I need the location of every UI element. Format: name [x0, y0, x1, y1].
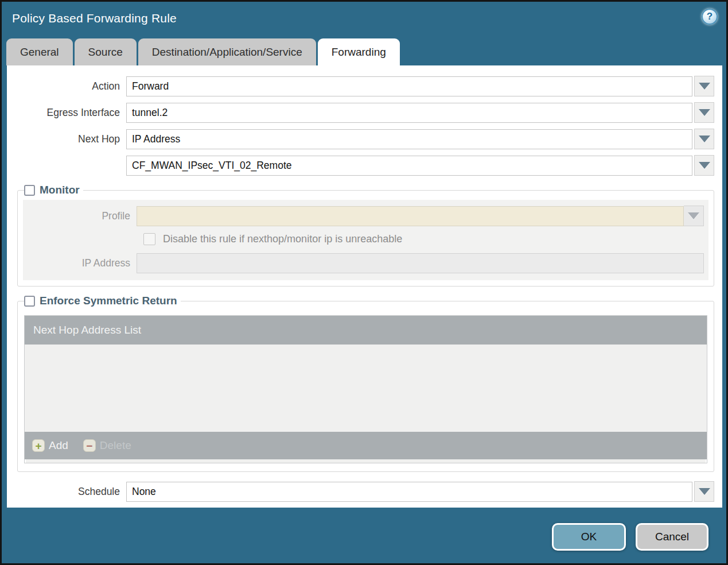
- tab-general-label: General: [20, 46, 59, 59]
- add-plus-icon: +: [32, 439, 45, 452]
- monitor-section: Monitor Profile Disable this rule if nex…: [17, 184, 714, 287]
- next-hop-type-dropdown-button[interactable]: [694, 129, 714, 149]
- chevron-down-icon: [699, 83, 710, 90]
- monitor-ip-address-input: [137, 253, 704, 273]
- next-hop-address-table: Next Hop Address List + Add − Delete: [24, 315, 707, 463]
- chevron-down-icon: [699, 488, 710, 495]
- next-hop-type-input[interactable]: [126, 129, 692, 149]
- monitor-body: Profile Disable this rule if nexthop/mon…: [23, 200, 708, 280]
- profile-label: Profile: [23, 210, 137, 222]
- delete-button: − Delete: [83, 439, 131, 452]
- add-button-label: Add: [49, 439, 68, 452]
- egress-interface-row: Egress Interface: [7, 102, 714, 123]
- schedule-row: Schedule: [7, 481, 714, 502]
- monitor-legend-label: Monitor: [40, 184, 80, 196]
- symmetric-return-legend: Enforce Symmetric Return: [24, 295, 181, 307]
- tab-general[interactable]: General: [6, 38, 73, 65]
- action-dropdown-button[interactable]: [694, 76, 714, 96]
- next-hop-address-dropdown-button[interactable]: [694, 155, 714, 176]
- action-label: Action: [7, 80, 126, 92]
- disable-rule-checkbox: [143, 233, 155, 245]
- cancel-button-label: Cancel: [655, 531, 689, 543]
- tab-destination-application-service[interactable]: Destination/Application/Service: [138, 38, 316, 65]
- symmetric-return-section: Enforce Symmetric Return Next Hop Addres…: [17, 295, 714, 472]
- next-hop-row: Next Hop: [7, 129, 714, 149]
- chevron-down-icon: [688, 212, 699, 219]
- tab-forwarding-label: Forwarding: [332, 46, 386, 59]
- monitor-ip-address-row: IP Address: [23, 253, 704, 273]
- next-hop-address-table-header: Next Hop Address List: [25, 316, 707, 345]
- ok-button[interactable]: OK: [552, 523, 626, 551]
- monitor-ip-address-label: IP Address: [23, 257, 137, 269]
- egress-interface-input[interactable]: [126, 103, 692, 123]
- table-bottom-strip: [26, 459, 706, 463]
- profile-dropdown-button: [684, 206, 704, 226]
- action-row: Action: [7, 76, 714, 96]
- next-hop-address-input[interactable]: [126, 156, 692, 176]
- help-glyph: ?: [707, 11, 713, 22]
- egress-interface-label: Egress Interface: [7, 107, 126, 119]
- disable-rule-label: Disable this rule if nexthop/monitor ip …: [163, 233, 402, 245]
- tab-destination-label: Destination/Application/Service: [152, 46, 302, 59]
- forwarding-tab-panel: Action Egress Interface Next Hop: [7, 65, 722, 508]
- chevron-down-icon: [699, 136, 710, 142]
- egress-interface-dropdown-button[interactable]: [694, 102, 714, 123]
- delete-button-label: Delete: [100, 439, 131, 452]
- monitor-legend: Monitor: [24, 184, 83, 196]
- tab-source[interactable]: Source: [75, 38, 137, 65]
- profile-input: [137, 206, 684, 226]
- schedule-input[interactable]: [126, 482, 692, 502]
- action-input[interactable]: [126, 76, 692, 96]
- add-button[interactable]: + Add: [32, 439, 68, 452]
- monitor-checkbox[interactable]: [24, 185, 35, 196]
- chevron-down-icon: [699, 162, 710, 169]
- symmetric-return-checkbox[interactable]: [24, 296, 35, 307]
- next-hop-address-list-header-label: Next Hop Address List: [33, 324, 141, 336]
- tab-bar: General Source Destination/Application/S…: [2, 38, 726, 65]
- dialog-footer: OK Cancel: [2, 508, 726, 551]
- chevron-down-icon: [699, 109, 710, 116]
- ok-button-label: OK: [581, 531, 597, 543]
- tab-source-label: Source: [88, 46, 123, 59]
- schedule-dropdown-button[interactable]: [694, 481, 714, 502]
- delete-minus-icon: −: [83, 439, 96, 452]
- schedule-label: Schedule: [7, 486, 126, 498]
- next-hop-address-table-toolbar: + Add − Delete: [25, 432, 707, 459]
- next-hop-address-row: [7, 155, 714, 176]
- profile-row: Profile: [23, 206, 704, 226]
- help-icon[interactable]: ?: [702, 9, 718, 25]
- next-hop-label: Next Hop: [7, 133, 126, 145]
- dialog-title: Policy Based Forwarding Rule: [12, 11, 177, 25]
- cancel-button[interactable]: Cancel: [636, 523, 708, 551]
- pbf-rule-dialog: Policy Based Forwarding Rule ? General S…: [0, 0, 728, 565]
- next-hop-address-table-body: [25, 345, 707, 432]
- symmetric-return-legend-label: Enforce Symmetric Return: [40, 295, 177, 307]
- dialog-titlebar: Policy Based Forwarding Rule ?: [2, 2, 726, 38]
- disable-rule-row: Disable this rule if nexthop/monitor ip …: [143, 233, 704, 245]
- tab-forwarding[interactable]: Forwarding: [318, 38, 400, 65]
